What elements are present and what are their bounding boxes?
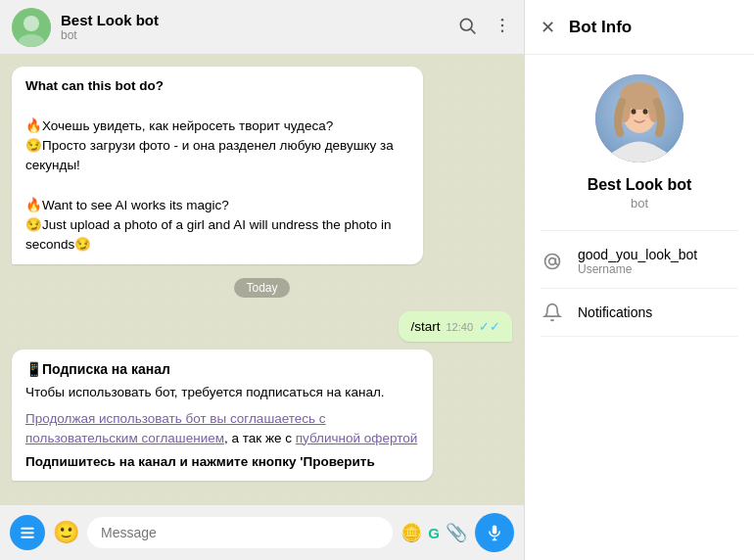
menu-toggle-button[interactable] (10, 515, 45, 550)
svg-point-22 (646, 115, 654, 119)
bot-info-header: ✕ Bot Info (525, 0, 754, 55)
svg-point-7 (501, 30, 504, 33)
svg-point-19 (632, 109, 636, 115)
message-bubble-sent-start: /start 12:40 ✓✓ (399, 311, 512, 342)
svg-line-4 (471, 29, 476, 34)
header-bot-name: Best Look bot (61, 12, 448, 28)
notifications-label: Notifications (578, 304, 652, 320)
svg-point-21 (625, 115, 633, 119)
subscribe-text: Чтобы использовать бот, требуется подпис… (25, 383, 419, 402)
grammarly-icon: G (428, 525, 440, 541)
chat-input-area: 🙂 🪙 G 📎 (0, 504, 524, 560)
read-ticks: ✓✓ (479, 319, 500, 334)
info-divider-1 (541, 230, 738, 231)
attach-icon[interactable]: 📎 (446, 522, 467, 543)
close-button[interactable]: ✕ (541, 17, 555, 38)
bell-icon (541, 301, 564, 324)
chat-header: Best Look bot bot (0, 0, 524, 55)
messages-area: What can this bot do? 🔥Хочешь увидеть, к… (0, 55, 524, 504)
more-options-icon[interactable] (493, 16, 512, 38)
username-content: good_you_look_bot Username (578, 247, 697, 276)
emoji-button[interactable]: 🙂 (53, 520, 79, 545)
svg-rect-9 (21, 532, 34, 534)
message-bubble-intro: What can this bot do? 🔥Хочешь увидеть, к… (12, 67, 423, 264)
header-info: Best Look bot bot (61, 12, 448, 42)
subscribe-footer: Подпишитесь на канал и нажмите кнопку 'П… (25, 454, 419, 469)
bot-info-panel: ✕ Bot Info (524, 0, 754, 560)
bot-info-content: Best Look bot bot good_you_look_bot User… (525, 55, 754, 560)
username-value: good_you_look_bot (578, 247, 697, 262)
mic-button[interactable] (475, 513, 514, 552)
svg-point-5 (501, 19, 504, 22)
header-icons (457, 16, 512, 38)
info-row-notifications[interactable]: Notifications (541, 289, 738, 337)
bot-info-name: Best Look bot (588, 176, 692, 194)
message-text-intro: What can this bot do? 🔥Хочешь увидеть, к… (25, 76, 409, 255)
date-divider: Today (12, 278, 512, 298)
header-bot-status: bot (61, 28, 448, 42)
svg-rect-11 (493, 526, 497, 535)
bot-avatar-large (595, 74, 683, 163)
bot-avatar-header[interactable] (12, 8, 51, 47)
at-icon (541, 250, 564, 273)
notifications-content: Notifications (578, 304, 652, 320)
bot-info-type: bot (631, 196, 648, 210)
message-bubble-subscribe: 📱Подписка на канал Чтобы использовать бо… (12, 350, 433, 481)
svg-point-24 (545, 255, 560, 269)
subscribe-agreement: Продолжая использовать бот вы соглашаете… (25, 409, 419, 449)
svg-point-20 (643, 109, 648, 115)
sent-message-text: /start (410, 319, 440, 334)
svg-point-3 (460, 19, 472, 30)
sent-message-time: 12:40 (446, 321, 473, 333)
svg-point-1 (24, 16, 39, 31)
subscribe-title: 📱Подписка на канал (25, 361, 419, 377)
username-label: Username (578, 262, 697, 276)
svg-rect-10 (21, 537, 34, 538)
svg-point-6 (501, 24, 504, 27)
date-label: Today (234, 278, 289, 298)
search-icon[interactable] (457, 16, 477, 38)
coin-icon: 🪙 (401, 522, 422, 543)
bot-info-title: Bot Info (569, 18, 632, 37)
user-agreement-link[interactable]: Продолжая использовать бот вы соглашаете… (25, 411, 326, 445)
info-row-username: good_you_look_bot Username (541, 235, 738, 289)
input-right-icons: 🪙 G 📎 (401, 522, 467, 543)
svg-rect-8 (21, 528, 34, 530)
chat-panel: Best Look bot bot What can this bot do? … (0, 0, 524, 560)
svg-point-23 (549, 258, 556, 265)
public-offer-link[interactable]: публичной офертой (296, 431, 417, 445)
message-input[interactable] (87, 517, 393, 548)
